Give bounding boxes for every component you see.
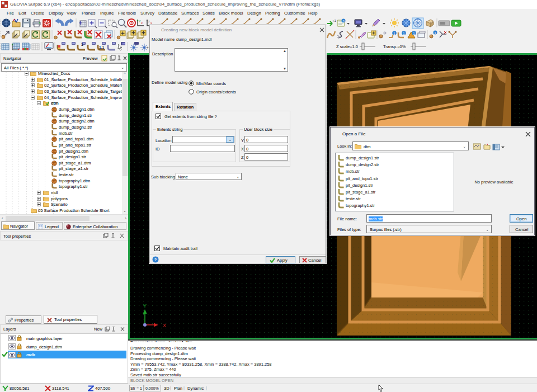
svg-text:Y: Y xyxy=(139,20,141,23)
svg-text:1.1: 1.1 xyxy=(99,45,104,49)
svg-text:x: x xyxy=(141,21,143,25)
svg-text:Z scale=1.0: Z scale=1.0 xyxy=(336,44,358,49)
svg-text:X: X xyxy=(163,323,166,328)
svg-text:+1: +1 xyxy=(332,19,337,22)
svg-text:?: ? xyxy=(154,257,157,262)
svg-text:1: 1 xyxy=(81,42,83,46)
svg-text:z: z xyxy=(148,20,150,23)
svg-text:Y: Y xyxy=(143,303,147,309)
svg-text:Transp.=0%: Transp.=0% xyxy=(383,44,406,49)
svg-text:3: 3 xyxy=(342,20,344,23)
